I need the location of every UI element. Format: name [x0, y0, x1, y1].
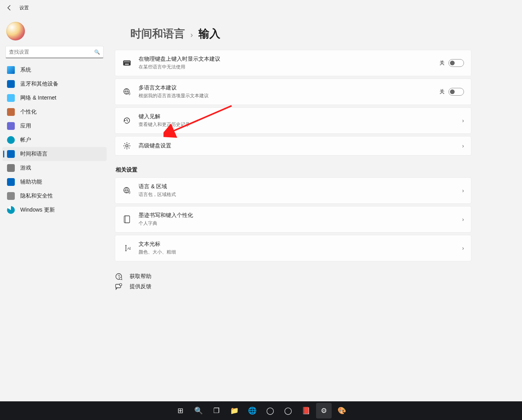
gamepad-icon — [7, 164, 15, 172]
chevron-right-icon: › — [462, 117, 464, 124]
nav-item-4[interactable]: 应用 — [2, 119, 107, 133]
task-view-button[interactable]: ❐ — [209, 403, 224, 418]
search-icon: 🔍 — [94, 49, 100, 55]
nav-item-label: 应用 — [20, 122, 31, 130]
help-icon: ? — [115, 273, 123, 280]
nav-item-10[interactable]: Windows 更新 — [2, 203, 107, 217]
get-help-link[interactable]: ? 获取帮助 — [115, 271, 471, 282]
brush-icon — [7, 108, 15, 116]
nav-item-label: Windows 更新 — [20, 206, 55, 214]
card-typing-suggestions[interactable]: 在物理键盘上键入时显示文本建议 在某些语言中无法使用 关 — [115, 50, 471, 76]
back-arrow-icon — [6, 5, 12, 11]
breadcrumb: 时间和语言 › 输入 — [130, 26, 471, 41]
svg-rect-5 — [129, 61, 130, 62]
back-button[interactable] — [3, 2, 16, 14]
card-subtitle: 个人字典 — [139, 220, 462, 227]
nav-item-9[interactable]: 隐私和安全性 — [2, 189, 107, 203]
breadcrumb-current: 输入 — [199, 26, 220, 41]
chevron-right-icon: › — [462, 187, 464, 194]
svg-rect-4 — [128, 61, 128, 62]
nav-item-label: 时间和语言 — [20, 150, 47, 158]
svg-point-9 — [126, 145, 128, 147]
svg-line-18 — [121, 279, 122, 280]
breadcrumb-parent[interactable]: 时间和语言 — [130, 26, 185, 41]
nav-item-0[interactable]: 系统 — [2, 63, 107, 77]
card-title: 墨迹书写和键入个性化 — [139, 212, 462, 219]
chevron-right-icon: › — [462, 245, 464, 251]
edge-button[interactable]: 🌐 — [244, 403, 260, 418]
nav-item-8[interactable]: 辅助功能 — [2, 175, 107, 189]
nav-item-label: 隐私和安全性 — [20, 192, 53, 200]
nav-item-2[interactable]: 网络 & Internet — [2, 91, 107, 105]
card-ink-typing-personalization[interactable]: 墨迹书写和键入个性化 个人字典 › — [115, 206, 471, 233]
nav-item-7[interactable]: 游戏 — [2, 161, 107, 175]
svg-rect-3 — [127, 61, 127, 62]
nav-item-label: 帐户 — [20, 136, 31, 144]
related-settings-header: 相关设置 — [116, 166, 471, 173]
search-box[interactable]: 🔍 — [5, 46, 104, 58]
toggle-switch[interactable] — [448, 88, 464, 96]
card-title: 高级键盘设置 — [139, 142, 462, 149]
avatar — [6, 22, 25, 40]
search-button[interactable]: 🔍 — [191, 403, 206, 418]
card-subtitle: 在某些语言中无法使用 — [139, 64, 439, 70]
card-title: 语言 & 区域 — [139, 183, 462, 190]
toggle-label: 关 — [439, 88, 445, 95]
paint-button[interactable]: 🎨 — [334, 403, 350, 418]
nav-item-label: 辅助功能 — [20, 178, 42, 186]
card-multilingual-suggestions[interactable]: 字 多语言文本建议 根据我的语言首选项显示文本建议 关 — [115, 79, 471, 105]
card-subtitle: 语言包，区域格式 — [139, 191, 462, 198]
card-title: 文本光标 — [139, 241, 462, 248]
nav-item-1[interactable]: 蓝牙和其他设备 — [2, 77, 107, 91]
globe-text-icon: 字 — [122, 187, 132, 194]
svg-rect-6 — [125, 64, 129, 65]
card-subtitle: 颜色、大小、粗细 — [139, 249, 462, 256]
person-icon — [7, 136, 15, 144]
nav-item-3[interactable]: 个性化 — [2, 105, 107, 119]
svg-rect-12 — [124, 216, 130, 223]
chrome2-button[interactable]: ◯ — [280, 403, 296, 418]
account-block[interactable] — [2, 19, 107, 46]
wifi-icon — [7, 94, 15, 102]
app1-button[interactable]: 📕 — [298, 403, 314, 418]
monitor-icon — [7, 66, 15, 74]
globe-time-icon — [7, 150, 15, 158]
card-language-region[interactable]: 字 语言 & 区域 语言包，区域格式 › — [115, 177, 471, 204]
taskbar: ⊞🔍❐📁🌐◯◯📕⚙🎨 — [0, 401, 522, 420]
history-icon — [122, 117, 132, 124]
start-button[interactable]: ⊞ — [173, 403, 188, 418]
nav-item-6[interactable]: 时间和语言 — [2, 147, 107, 161]
chevron-right-icon: › — [462, 143, 464, 149]
nav-item-label: 网络 & Internet — [20, 94, 56, 102]
card-typing-insights[interactable]: 键入见解 查看键入和更正历史记录 › — [115, 107, 471, 134]
chrome-button[interactable]: ◯ — [262, 403, 278, 418]
svg-rect-0 — [123, 61, 131, 66]
nav-item-label: 蓝牙和其他设备 — [20, 80, 58, 88]
svg-rect-2 — [125, 61, 126, 62]
svg-point-20 — [120, 284, 122, 286]
accessibility-icon — [7, 178, 15, 186]
nav-list: 系统蓝牙和其他设备网络 & Internet个性化应用帐户时间和语言游戏辅助功能… — [2, 63, 107, 217]
chevron-right-icon: › — [462, 216, 464, 222]
svg-rect-1 — [124, 61, 125, 62]
svg-text:字: 字 — [128, 191, 131, 194]
main-content: 时间和语言 › 输入 在物理键盘上键入时显示文本建议 在某些语言中无法使用 关 … — [115, 19, 471, 292]
search-input[interactable] — [9, 49, 94, 55]
bluetooth-icon — [7, 80, 15, 88]
card-advanced-keyboard-settings[interactable]: 高级键盘设置 › — [115, 136, 471, 156]
apps-icon — [7, 122, 15, 130]
card-title: 多语言文本建议 — [139, 84, 439, 91]
nav-item-5[interactable]: 帐户 — [2, 133, 107, 147]
toggle-switch[interactable] — [448, 59, 464, 67]
explorer-button[interactable]: 📁 — [227, 403, 242, 418]
feedback-link[interactable]: 提供反馈 — [115, 282, 471, 292]
settings-button[interactable]: ⚙ — [316, 403, 332, 418]
keyboard-icon — [122, 60, 132, 66]
title-bar: 设置 — [0, 0, 522, 16]
shield-icon — [7, 192, 15, 200]
svg-text:字: 字 — [128, 93, 131, 95]
globe-text-icon: 字 — [122, 88, 132, 96]
card-text-cursor[interactable]: Ab 文本光标 颜色、大小、粗细 › — [115, 235, 471, 261]
card-subtitle: 查看键入和更正历史记录 — [139, 121, 462, 128]
toggle-label: 关 — [439, 60, 445, 66]
